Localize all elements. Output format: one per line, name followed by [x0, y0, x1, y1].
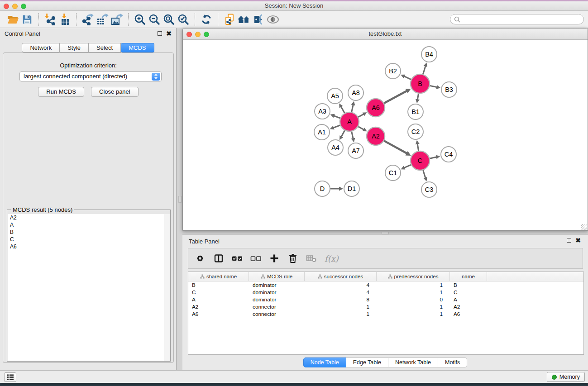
graph-edge[interactable]	[358, 114, 364, 117]
graph-edge[interactable]	[384, 91, 407, 103]
import-network-icon[interactable]	[43, 13, 57, 26]
graph-edge[interactable]	[333, 125, 340, 128]
minimize-window-button[interactable]	[12, 4, 18, 9]
minimize-network-window-button[interactable]	[195, 32, 201, 37]
memory-button[interactable]: Memory	[547, 372, 585, 382]
close-window-button[interactable]	[4, 4, 9, 9]
column-header-predecessor-nodes[interactable]: predecessor nodes	[377, 272, 450, 281]
result-list-item[interactable]: C	[8, 236, 170, 243]
tab-style[interactable]: Style	[60, 43, 89, 52]
graph-edge[interactable]	[404, 165, 411, 168]
graph-edge[interactable]	[430, 86, 437, 87]
graph-edge[interactable]	[341, 106, 344, 113]
export-image-icon[interactable]	[110, 13, 124, 26]
column-type-icon	[318, 274, 322, 279]
settings-icon[interactable]	[194, 253, 206, 265]
tab-network-table[interactable]: Network Table	[388, 357, 438, 367]
table-row[interactable]: Adominator80A	[188, 296, 583, 303]
task-history-button[interactable]	[4, 372, 16, 382]
graph-node-label: C4	[445, 151, 453, 158]
graph-node-label: A3	[318, 108, 326, 115]
network-from-selection-icon[interactable]	[222, 13, 237, 26]
graph-node-label: C1	[389, 169, 397, 176]
show-graphics-details-icon[interactable]	[266, 13, 280, 26]
graph-node-label: D1	[348, 185, 356, 192]
table-row[interactable]: A2connector11A2	[188, 303, 583, 310]
delete-columns-icon[interactable]	[287, 253, 299, 265]
search-input[interactable]	[462, 15, 583, 24]
table-row[interactable]: A6connector11A6	[188, 310, 583, 318]
graph-edge[interactable]	[384, 141, 407, 153]
float-panel-icon[interactable]	[158, 31, 162, 36]
deselect-all-columns-icon[interactable]	[249, 253, 262, 265]
close-panel-icon[interactable]: ✖	[166, 31, 172, 36]
tab-edge-table[interactable]: Edge Table	[346, 357, 388, 367]
zoom-selected-icon[interactable]	[176, 13, 191, 26]
zoom-out-icon[interactable]	[147, 13, 162, 26]
close-network-window-button[interactable]	[186, 32, 192, 37]
tab-motifs[interactable]: Motifs	[438, 357, 467, 367]
maximize-network-window-button[interactable]	[204, 32, 209, 37]
zoom-in-icon[interactable]	[133, 13, 147, 26]
table-cell: A	[188, 296, 249, 303]
column-header-name[interactable]: name	[450, 272, 487, 281]
result-list-item[interactable]: B	[8, 229, 170, 236]
apply-layout-icon[interactable]	[199, 13, 214, 26]
main-toolbar	[0, 11, 588, 28]
graph-edge[interactable]	[423, 170, 426, 178]
table-cell: dominator	[249, 289, 305, 296]
destroy-table-icon[interactable]	[305, 253, 317, 265]
network-canvas[interactable]: AA1A2A3A4A5A6A7A8BB1B2B3B4CC1C2C3C4DD1	[183, 40, 588, 230]
run-mcds-button[interactable]: Run MCDS	[38, 87, 84, 97]
graph-edge[interactable]	[341, 130, 345, 137]
tab-select[interactable]: Select	[89, 43, 121, 52]
column-header-successor-nodes[interactable]: successor nodes	[305, 272, 377, 281]
close-panel-button[interactable]: Close panel	[91, 87, 139, 97]
home-icon[interactable]	[237, 13, 251, 26]
resize-grip-icon[interactable]	[581, 224, 587, 230]
table-header-row: shared nameMCDS rolesuccessor nodesprede…	[188, 272, 583, 281]
function-builder-icon[interactable]: f(x)	[324, 254, 339, 263]
tab-mcds[interactable]: MCDS	[121, 43, 154, 52]
split-view-icon[interactable]	[212, 253, 225, 265]
table-row[interactable]: Bdominator41B	[188, 281, 583, 289]
application-window: Session: New Session	[0, 1, 588, 383]
export-network-icon[interactable]	[81, 13, 95, 26]
graph-edge-arrowhead	[423, 62, 427, 67]
close-table-panel-icon[interactable]: ✖	[575, 238, 581, 243]
graph-edge[interactable]	[417, 94, 418, 100]
column-header-MCDS-role[interactable]: MCDS role	[249, 272, 305, 281]
tab-node-table[interactable]: Node Table	[303, 357, 346, 367]
graph-edge[interactable]	[404, 76, 411, 79]
vertical-splitter-grip[interactable]	[178, 196, 182, 203]
result-list-item[interactable]: A2	[8, 214, 170, 221]
column-header-shared-name[interactable]: shared name	[188, 272, 249, 281]
table-panel-tabs: Node TableEdge TableNetwork TableMotifs	[182, 357, 588, 367]
graph-edge[interactable]	[358, 127, 364, 130]
graph-edge[interactable]	[423, 66, 425, 74]
result-list-item[interactable]: A	[8, 221, 170, 229]
graph-edge[interactable]	[417, 143, 419, 151]
float-table-panel-icon[interactable]	[567, 238, 571, 243]
graph-edge[interactable]	[334, 115, 340, 118]
add-column-icon[interactable]	[268, 253, 280, 265]
optimization-select[interactable]: largest connected component (directed)	[19, 71, 162, 81]
open-session-icon[interactable]	[5, 13, 20, 26]
export-table-icon[interactable]	[95, 13, 110, 26]
optimization-criterion-label: Optimization criterion:	[3, 62, 173, 69]
save-session-icon[interactable]	[20, 13, 34, 26]
import-table-icon[interactable]	[57, 13, 72, 26]
graph-edge[interactable]	[352, 105, 354, 112]
result-scrollbar[interactable]	[164, 214, 170, 361]
graph-edge[interactable]	[430, 157, 437, 158]
mcds-result-list[interactable]: A2ABCA6	[8, 214, 170, 361]
zoom-fit-icon[interactable]	[162, 13, 176, 26]
table-row[interactable]: Cdominator41C	[188, 289, 583, 296]
hide-labels-icon[interactable]	[251, 13, 266, 26]
table-cell: dominator	[249, 281, 305, 289]
tab-network[interactable]: Network	[22, 43, 60, 52]
maximize-window-button[interactable]	[21, 4, 26, 9]
graph-edge[interactable]	[352, 131, 354, 139]
select-all-columns-icon[interactable]	[231, 253, 243, 265]
result-list-item[interactable]: A6	[8, 243, 170, 250]
